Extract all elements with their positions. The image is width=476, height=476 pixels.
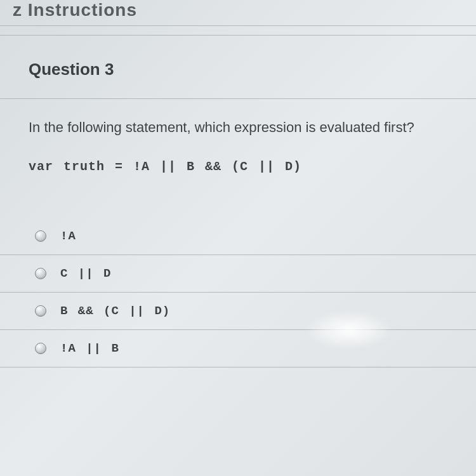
question-prompt: In the following statement, which expres… [29, 118, 447, 138]
option-row[interactable]: !A || B [0, 330, 476, 367]
options-list: !A C || D B && (C || D) !A || B [0, 217, 476, 367]
option-row[interactable]: C || D [0, 255, 476, 293]
radio-icon[interactable] [35, 268, 46, 279]
question-body: In the following statement, which expres… [0, 99, 476, 217]
radio-icon[interactable] [35, 343, 46, 354]
divider [0, 25, 476, 26]
question-header: Question 3 [0, 36, 476, 98]
option-label: !A || B [60, 341, 119, 355]
question-heading: Question 3 [29, 60, 447, 79]
option-label: C || D [60, 267, 111, 281]
radio-icon[interactable] [35, 305, 46, 317]
divider [0, 98, 476, 99]
option-row[interactable]: B && (C || D) [0, 293, 476, 330]
page-title-fragment: z Instructions [0, 0, 476, 25]
option-label: !A [60, 229, 76, 243]
option-label: B && (C || D) [60, 304, 170, 318]
question-code: var truth = !A || B && (C || D) [29, 159, 447, 174]
divider [0, 35, 476, 36]
option-row[interactable]: !A [0, 217, 476, 255]
radio-icon[interactable] [35, 230, 46, 242]
